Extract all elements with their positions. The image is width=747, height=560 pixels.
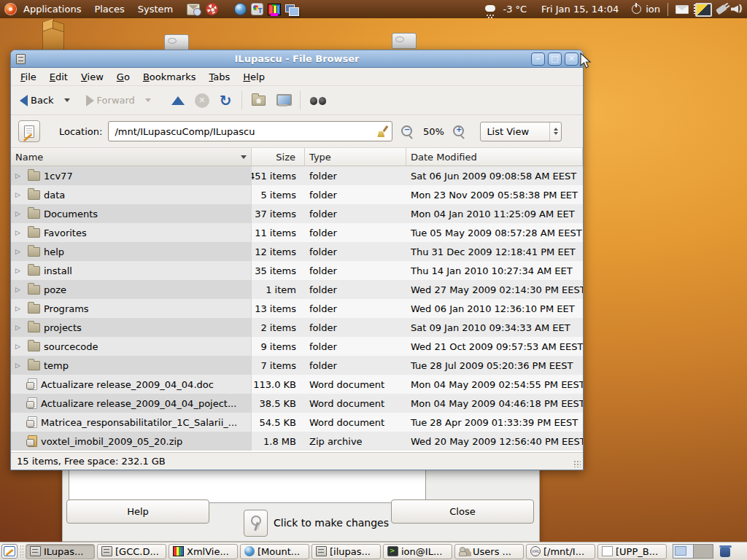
location-toggle-button[interactable] <box>18 120 40 142</box>
close-button[interactable]: ✕ <box>565 52 578 66</box>
file-name-cell[interactable]: ▷1cv77 <box>11 166 252 185</box>
file-name-cell[interactable]: ▷Favorites <box>11 223 252 242</box>
file-row-5[interactable]: ▷help12 itemsfolderThu 31 Dec 2009 12:18… <box>11 242 583 261</box>
file-name-cell[interactable]: Actualizare release_2009_04_04.doc <box>11 375 252 394</box>
expander-triangle-icon[interactable]: ▷ <box>15 229 24 236</box>
task-button-4[interactable]: [Mount... <box>240 544 309 559</box>
close-dialog-button[interactable]: Close <box>391 499 534 524</box>
minimize-button[interactable]: – <box>531 52 545 66</box>
view-mode-select[interactable]: List View <box>480 122 562 141</box>
file-row-4[interactable]: ▷Favorites11 itemsfolderTue 05 May 2009 … <box>11 223 583 242</box>
workspace-1[interactable] <box>673 545 693 558</box>
file-name-cell[interactable]: Matricea_responsabilitatilor_1C_Salarii_… <box>11 413 252 432</box>
forward-button[interactable]: Forward <box>82 91 139 110</box>
weather-icon[interactable] <box>484 5 498 14</box>
reload-button[interactable]: ↻ <box>215 90 236 112</box>
file-row-10[interactable]: ▷sourcecode9 itemsfolderWed 21 Oct 2009 … <box>11 337 583 356</box>
menubar-item-view[interactable]: View <box>74 69 110 85</box>
task-button-6[interactable]: ion@IL... <box>383 544 452 559</box>
mail-launcher-icon[interactable] <box>187 4 200 15</box>
expander-triangle-icon[interactable]: ▷ <box>15 343 24 350</box>
panel-menu-applications[interactable]: Applications <box>17 0 88 18</box>
expander-triangle-icon[interactable]: ▷ <box>15 286 24 293</box>
stop-button[interactable]: ✕ <box>190 90 214 112</box>
task-button-5[interactable]: [ilupas... <box>311 544 381 559</box>
file-row-13[interactable]: Actualizare release_2009_04_04_poject...… <box>11 394 583 413</box>
task-button-7[interactable]: Users ... <box>454 544 524 559</box>
task-button-3[interactable]: XmlVie... <box>169 544 238 559</box>
file-row-14[interactable]: Matricea_responsabilitatilor_1C_Salarii_… <box>11 413 583 432</box>
file-name-cell[interactable]: voxtel_imobil_2009_05_20.zip <box>11 432 252 451</box>
file-row-6[interactable]: ▷install35 itemsfolderThu 14 Jan 2010 10… <box>11 261 583 280</box>
google-launcher-icon[interactable] <box>251 3 263 15</box>
home-button[interactable] <box>247 92 270 109</box>
file-name-cell[interactable]: ▷poze <box>11 280 252 299</box>
file-row-9[interactable]: ▷projects2 itemsfolderSat 09 Jan 2010 09… <box>11 318 583 337</box>
clock-label[interactable]: Fri Jan 15, 14:04 <box>541 4 619 15</box>
file-name-cell[interactable]: ▷install <box>11 261 252 280</box>
expander-triangle-icon[interactable]: ▷ <box>15 324 24 331</box>
help-launcher-icon[interactable] <box>206 3 218 15</box>
session-power-icon[interactable] <box>632 4 641 14</box>
trash-icon[interactable] <box>719 545 732 558</box>
maximize-button[interactable]: □ <box>548 52 562 66</box>
task-button-9[interactable]: [UPP_B... <box>597 544 667 559</box>
file-row-7[interactable]: ▷poze1 itemfolderWed 27 May 2009 02:14:3… <box>11 280 583 299</box>
power-plug-icon[interactable] <box>716 4 727 15</box>
remote-desktop-icon[interactable] <box>693 3 712 15</box>
show-desktop-button[interactable] <box>1 544 18 559</box>
menubar-item-tabs[interactable]: Tabs <box>203 69 237 85</box>
column-header-date[interactable]: Date Modified <box>406 148 583 166</box>
expander-triangle-icon[interactable]: ▷ <box>15 305 24 312</box>
file-name-cell[interactable]: ▷projects <box>11 318 252 337</box>
zoom-in-button[interactable]: + <box>453 125 465 138</box>
back-button[interactable]: Back <box>15 91 58 110</box>
file-name-cell[interactable]: ▷data <box>11 185 252 204</box>
desktop-icon-package[interactable] <box>42 26 64 51</box>
username-label[interactable]: ion <box>646 4 660 15</box>
resize-grip[interactable] <box>573 460 581 467</box>
back-dropdown[interactable] <box>60 92 74 109</box>
network-computers-launcher-icon[interactable] <box>285 4 298 15</box>
search-button[interactable] <box>306 92 330 109</box>
taskbar-handle[interactable] <box>20 545 23 558</box>
expander-triangle-icon[interactable]: ▷ <box>15 172 24 179</box>
package-grid-launcher-icon[interactable] <box>268 4 281 15</box>
unlock-keys-button[interactable] <box>244 510 268 537</box>
forward-dropdown[interactable] <box>141 92 155 109</box>
column-header-name[interactable]: Name <box>11 148 252 166</box>
file-row-2[interactable]: ▷data5 itemsfolderMon 23 Nov 2009 05:58:… <box>11 185 583 204</box>
file-row-11[interactable]: ▷temp7 itemsfolderTue 28 Jul 2009 05:20:… <box>11 356 583 375</box>
menubar-item-bookmarks[interactable]: Bookmarks <box>136 69 203 85</box>
expander-triangle-icon[interactable]: ▷ <box>15 362 24 369</box>
clear-location-icon[interactable] <box>377 125 387 137</box>
column-header-size[interactable]: Size <box>252 148 305 166</box>
file-name-cell[interactable]: Actualizare release_2009_04_04_poject... <box>11 394 252 413</box>
file-name-cell[interactable]: ▷Programs <box>11 299 252 318</box>
expander-triangle-icon[interactable]: ▷ <box>15 267 24 274</box>
desktop-icon-drive-1[interactable] <box>164 34 189 50</box>
column-header-type[interactable]: Type <box>305 148 406 166</box>
file-row-8[interactable]: ▷Programs13 itemsfolderWed 06 Jan 2010 1… <box>11 299 583 318</box>
file-name-cell[interactable]: ▷Documents <box>11 204 252 223</box>
desktop-icon-drive-2[interactable] <box>392 33 417 49</box>
task-button-8[interactable]: [/mnt/I... <box>526 544 595 559</box>
file-name-cell[interactable]: ▷help <box>11 242 252 261</box>
file-name-cell[interactable]: ▷sourcecode <box>11 337 252 356</box>
file-row-1[interactable]: ▷1cv77451 itemsfolderSat 06 Jun 2009 09:… <box>11 166 583 185</box>
distro-logo-icon[interactable] <box>4 3 17 15</box>
browser-launcher-icon[interactable] <box>234 3 247 15</box>
panel-menu-system[interactable]: System <box>131 0 179 18</box>
window-titlebar[interactable]: ILupascu - File Browser – □ ✕ <box>11 50 583 68</box>
file-row-12[interactable]: Actualizare release_2009_04_04.doc113.0 … <box>11 375 583 394</box>
expander-triangle-icon[interactable]: ▷ <box>15 210 24 217</box>
workspace-2[interactable] <box>693 545 713 558</box>
mail-indicator-icon[interactable] <box>676 5 689 14</box>
task-button-2[interactable]: [GCC.D... <box>97 544 166 559</box>
zoom-out-button[interactable]: − <box>401 125 414 138</box>
file-row-15[interactable]: voxtel_imobil_2009_05_20.zip1.8 MBZip ar… <box>11 432 583 451</box>
up-button[interactable] <box>167 93 189 109</box>
menubar-item-file[interactable]: File <box>14 69 43 85</box>
menubar-item-help[interactable]: Help <box>236 69 271 85</box>
task-button-1[interactable]: ILupas... <box>26 544 95 559</box>
